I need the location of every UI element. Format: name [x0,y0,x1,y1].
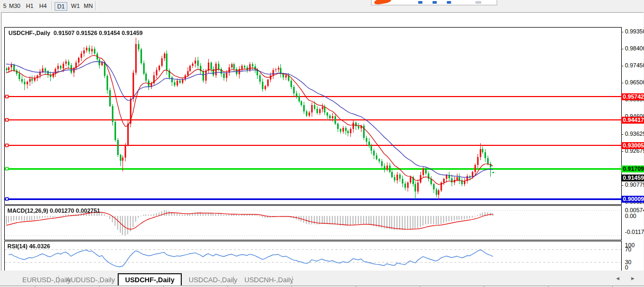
price-axis-tick-dash [621,134,623,135]
timeframe-button-w1[interactable]: W1 [69,2,82,10]
chart-info-line: USDCHF-,Daily 0.91507 0.91526 0.91454 0.… [8,30,143,36]
chart-window: USDCHF-,Daily 0.91507 0.91526 0.91454 0.… [1,12,643,271]
rsi-label: RSI(14) 46.0326 [7,243,50,249]
trading-terminal: 5M30H1H4D1W1MN USDCHF-,Daily 0.91507 0.9… [0,0,644,287]
price-level-badge: 0.90009 [621,196,644,203]
price-axis-tick: 0.96500 [625,79,644,85]
timeframe-button-h4[interactable]: H4 [37,2,49,10]
logo-swoosh-icon [374,0,391,5]
macd-values: 0.001270 0.002751 [50,207,100,214]
candlestick-chart-canvas[interactable] [5,28,621,204]
tab-separator [292,276,293,284]
price-axis-tick-dash [621,32,623,32]
price-axis-tick: 0.93625 [625,131,644,137]
logo-letter-fragment [475,1,481,4]
symbol-tabbar: ◄ ► EURUSD-,DailyAUDUSD-,DailyUSDCHF-,Da… [0,271,644,285]
tab-usdcad-daily[interactable]: USDCAD-,Daily [182,274,244,285]
rsi-panel[interactable]: RSI(14) 46.0326 [4,241,622,271]
broker-logo-fragment [371,0,497,5]
ohlc-values: 0.91507 0.91526 0.91454 0.91459 [54,30,143,36]
timeframe-button-mn[interactable]: MN [82,2,95,10]
tab-usdchf-daily[interactable]: USDCHF-,Daily [118,273,182,286]
price-level-badge: 0.93005 [621,142,644,149]
logo-letter-fragment [433,1,437,4]
price-level-badge: 0.95742 [621,93,644,100]
logo-letter-fragment [447,1,451,4]
timeframe-button-d1[interactable]: D1 [55,2,67,11]
price-level-badge: 0.91709 [621,166,644,172]
tab-separator [233,276,234,284]
price-axis-tick: 0.97450 [625,62,644,68]
price-axis-tick-dash [621,185,623,186]
timeframe-toolbar: 5M30H1H4D1W1MN [0,0,644,12]
price-axis-tick-dash [621,66,623,66]
tab-audusd-daily[interactable]: AUDUSD-,Daily [60,274,121,285]
symbol-period-label: USDCHF-,Daily [8,30,50,36]
rsi-axis-label: 0 [625,264,628,271]
macd-panel[interactable]: MACD(12,26,9) 0.001270 0.002751 [4,205,622,240]
price-axis-tick-dash [621,83,623,83]
price-level-badge: 0.94417 [621,117,644,124]
macd-label: MACD(12,26,9) 0.001270 0.002751 [7,207,100,214]
timeframe-button-h1[interactable]: H1 [24,2,36,10]
macd-axis-label: -0.011738 [625,229,644,235]
price-axis-tick: 0.90775 [625,181,644,188]
macd-name: MACD(12,26,9) [7,207,48,214]
rsi-canvas[interactable] [5,241,621,271]
price-axis-tick-dash [621,151,623,152]
rsi-axis-label: 70 [625,246,631,253]
timeframe-button-m30[interactable]: M30 [7,2,22,10]
tab-usdcnh-daily[interactable]: USDCNH-,Daily [238,274,299,285]
toolbar-separator [95,1,96,11]
tab-separator [58,276,59,284]
price-axis-tick: 0.98400 [625,45,644,51]
toolbar-separator [51,1,52,11]
rsi-value: 46.0326 [29,243,50,249]
tab-scroll-arrows[interactable]: ◄ ► [615,275,640,281]
price-axis-tick-dash [621,49,623,49]
rsi-name: RSI(14) [7,243,28,249]
macd-axis-label: 0.00 [625,213,636,219]
price-axis-tick: 0.99350 [625,28,644,34]
current-price-badge: 0.91459 [621,175,644,181]
price-chart-panel[interactable]: USDCHF-,Daily 0.91507 0.91526 0.91454 0.… [4,27,622,205]
logo-letter-fragment [418,1,422,4]
